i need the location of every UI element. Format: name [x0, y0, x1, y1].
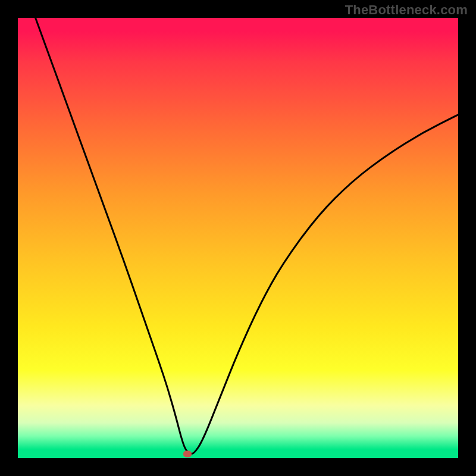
watermark-text: TheBottleneck.com	[345, 2, 468, 18]
bottleneck-curve	[18, 18, 458, 458]
chart-frame: TheBottleneck.com	[0, 0, 476, 476]
optimal-marker	[183, 450, 192, 457]
plot-area	[18, 18, 458, 458]
